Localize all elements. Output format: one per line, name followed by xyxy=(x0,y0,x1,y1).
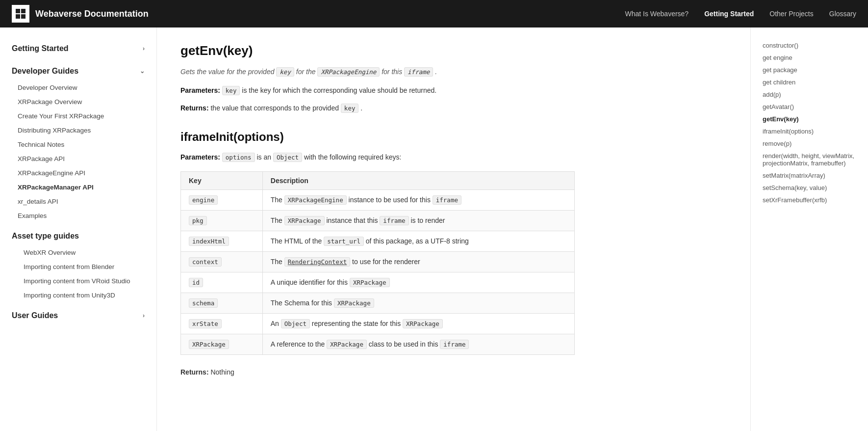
table-key-schema: schema xyxy=(189,298,218,308)
sidebar-item-unity3d[interactable]: Importing content from Unity3D xyxy=(0,288,156,302)
getenv-description: Gets the value for the provided key for … xyxy=(180,66,575,77)
nav-link-what-is-webaverse[interactable]: What Is Webaverse? xyxy=(625,10,689,18)
top-navigation: Webaverse Documentation What Is Webavers… xyxy=(0,0,868,27)
table-header-description: Description xyxy=(262,171,574,189)
toc-item-3[interactable]: get children xyxy=(759,76,860,88)
nav-link-getting-started[interactable]: Getting Started xyxy=(704,10,754,18)
nav-links: What Is Webaverse? Getting Started Other… xyxy=(625,10,856,18)
nav-link-other-projects[interactable]: Other Projects xyxy=(769,10,813,18)
sidebar-item-developer-overview[interactable]: Developer Overview xyxy=(0,81,156,95)
toc-item-8[interactable]: remove(p) xyxy=(759,137,860,150)
getenv-params: Parameters: key is the key for which the… xyxy=(180,85,575,97)
chevron-icon: › xyxy=(143,45,145,52)
nav-link-glossary[interactable]: Glossary xyxy=(829,10,856,18)
svg-rect-2 xyxy=(16,14,20,19)
getenv-desc-engine: XRPackageEngine xyxy=(317,67,380,77)
iframeinit-title: iframeInit(options) xyxy=(180,130,575,144)
toc-item-11[interactable]: setSchema(key, value) xyxy=(759,182,860,194)
sidebar-item-xr-details-api[interactable]: xr_details API xyxy=(0,194,156,209)
toc-item-9[interactable]: render(width, height, viewMatrix, projec… xyxy=(759,150,860,169)
sidebar-item-xrpackagemanager-api[interactable]: XRPackageManager API xyxy=(0,180,156,194)
table-desc-pkg: The XRPackage instance that this iframe … xyxy=(262,210,574,231)
table-key-xrState: xrState xyxy=(189,319,222,328)
sidebar-header-developer-guides[interactable]: Developer Guides ⌄ xyxy=(0,62,156,81)
table-desc-indexHtml: The HTML of the start_url of this packag… xyxy=(262,231,574,251)
sidebar-section-asset-guides: Asset type guides WebXR Overview Importi… xyxy=(0,227,156,302)
sidebar-item-vroid[interactable]: Importing content from VRoid Studio xyxy=(0,274,156,288)
sidebar-section-getting-started: Getting Started › xyxy=(0,39,156,58)
svg-rect-3 xyxy=(21,14,26,19)
sidebar-header-user-guides[interactable]: User Guides › xyxy=(0,306,156,325)
sidebar-item-xrpackage-overview[interactable]: XRPackage Overview xyxy=(0,95,156,109)
toc-item-10[interactable]: setMatrix(matrixArray) xyxy=(759,169,860,182)
sidebar-header-asset-guides[interactable]: Asset type guides xyxy=(0,227,156,245)
sidebar-item-distributing[interactable]: Distributing XRPackages xyxy=(0,123,156,137)
iframeinit-object-code: Object xyxy=(273,153,302,162)
logo-icon xyxy=(12,5,29,23)
table-desc-schema: The Schema for this XRPackage xyxy=(262,293,574,313)
table-key-engine: engine xyxy=(189,195,218,205)
svg-rect-0 xyxy=(16,9,20,13)
table-desc-context: The RenderingContext to use for the rend… xyxy=(262,251,574,272)
getenv-param-key: key xyxy=(222,86,240,95)
sidebar-item-xrpackage-api[interactable]: XRPackage API xyxy=(0,152,156,166)
getenv-returns: Returns: the value that corresponds to t… xyxy=(180,103,575,114)
sidebar-item-xrpackageengine-api[interactable]: XRPackageEngine API xyxy=(0,166,156,180)
chevron-icon: › xyxy=(143,312,145,319)
toc-item-2[interactable]: get package xyxy=(759,64,860,76)
toc-item-7[interactable]: iframeInit(options) xyxy=(759,125,860,137)
sidebar: Getting Started › Developer Guides ⌄ Dev… xyxy=(0,27,157,431)
toc-item-0[interactable]: constructor() xyxy=(759,39,860,52)
logo[interactable]: Webaverse Documentation xyxy=(12,5,149,23)
toc-item-12[interactable]: setXrFramebuffer(xrfb) xyxy=(759,194,860,206)
table-desc-engine: The XRPackageEngine instance to be used … xyxy=(262,189,574,210)
sidebar-item-create-xrpackage[interactable]: Create Your First XRPackage xyxy=(0,109,156,123)
sidebar-header-getting-started[interactable]: Getting Started › xyxy=(0,39,156,58)
getenv-title: getEnv(key) xyxy=(180,43,575,58)
right-toc: constructor()get engineget packageget ch… xyxy=(750,27,868,431)
getenv-returns-key: key xyxy=(341,104,359,113)
toc-item-5[interactable]: getAvatar() xyxy=(759,101,860,113)
logo-text: Webaverse Documentation xyxy=(35,9,149,19)
sidebar-section-user-guides: User Guides › xyxy=(0,306,156,325)
sidebar-section-developer-guides: Developer Guides ⌄ Developer Overview XR… xyxy=(0,62,156,223)
sidebar-item-webxr-overview[interactable]: WebXR Overview xyxy=(0,245,156,260)
toc-item-1[interactable]: get engine xyxy=(759,52,860,64)
main-content: getEnv(key) Gets the value for the provi… xyxy=(157,27,598,431)
toc-item-4[interactable]: add(p) xyxy=(759,88,860,101)
getenv-desc-key: key xyxy=(276,67,294,77)
table-key-indexHtml: indexHtml xyxy=(189,237,229,246)
iframeinit-params-header: Parameters: options is an Object with th… xyxy=(180,152,575,163)
sidebar-item-examples[interactable]: Examples xyxy=(0,209,156,223)
table-key-XRPackage: XRPackage xyxy=(189,340,229,349)
toc-item-6[interactable]: getEnv(key) xyxy=(759,113,860,125)
table-key-id: id xyxy=(189,278,203,287)
sidebar-item-blender[interactable]: Importing content from Blender xyxy=(0,260,156,274)
iframeinit-table: Key Description engineThe XRPackageEngin… xyxy=(180,171,575,355)
getenv-desc-iframe: iframe xyxy=(404,67,433,77)
sidebar-item-technical-notes[interactable]: Technical Notes xyxy=(0,137,156,152)
chevron-icon: ⌄ xyxy=(140,68,145,75)
table-desc-id: A unique identifier for this XRPackage xyxy=(262,272,574,293)
table-desc-XRPackage: A reference to the XRPackage class to be… xyxy=(262,334,574,354)
iframeinit-options-code: options xyxy=(222,153,255,162)
iframeinit-returns: Returns: Nothing xyxy=(180,367,575,378)
table-desc-xrState: An Object representing the state for thi… xyxy=(262,313,574,334)
table-key-context: context xyxy=(189,257,222,267)
table-header-key: Key xyxy=(181,171,263,189)
svg-rect-1 xyxy=(21,9,26,13)
table-key-pkg: pkg xyxy=(189,216,207,225)
